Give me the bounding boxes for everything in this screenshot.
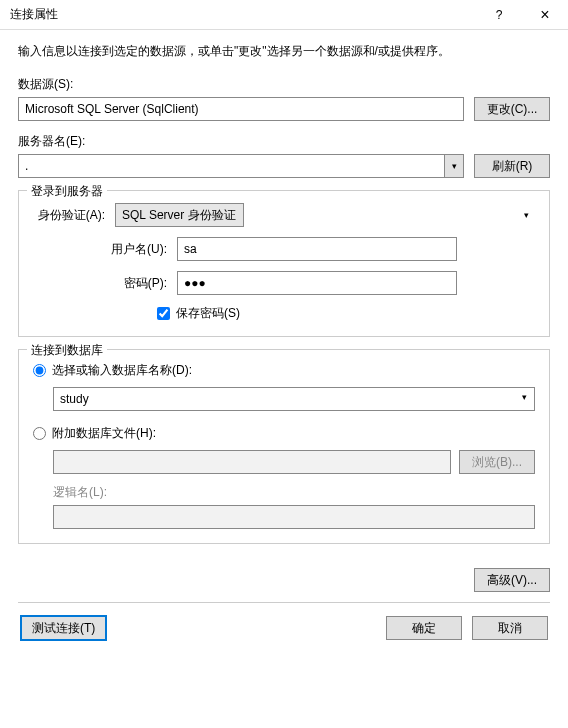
attach-db-radio[interactable]	[33, 427, 46, 440]
auth-label: 身份验证(A):	[33, 207, 105, 224]
intro-text: 输入信息以连接到选定的数据源，或单击"更改"选择另一个数据源和/或提供程序。	[18, 42, 550, 60]
separator	[18, 602, 550, 603]
password-label: 密码(P):	[95, 275, 167, 292]
username-label: 用户名(U):	[95, 241, 167, 258]
login-legend: 登录到服务器	[27, 183, 107, 200]
logical-name-label: 逻辑名(L):	[53, 484, 535, 501]
ok-button[interactable]: 确定	[386, 616, 462, 640]
test-connection-button[interactable]: 测试连接(T)	[20, 615, 107, 641]
browse-button: 浏览(B)...	[459, 450, 535, 474]
advanced-button[interactable]: 高级(V)...	[474, 568, 550, 592]
server-input[interactable]	[18, 154, 444, 178]
help-button[interactable]: ?	[476, 0, 522, 30]
window-title: 连接属性	[10, 6, 476, 23]
attach-file-input	[53, 450, 451, 474]
close-button[interactable]: ×	[522, 0, 568, 30]
auth-select-wrap[interactable]: SQL Server 身份验证 ▾	[115, 203, 535, 227]
save-password-checkbox[interactable]	[157, 307, 170, 320]
dialog-content: 输入信息以连接到选定的数据源，或单击"更改"选择另一个数据源和/或提供程序。 数…	[0, 30, 568, 641]
refresh-button[interactable]: 刷新(R)	[474, 154, 550, 178]
database-fieldset: 连接到数据库 选择或输入数据库名称(D): ▾ 附加数据库文件(H): 浏览(B…	[18, 349, 550, 544]
database-name-input[interactable]	[53, 387, 535, 411]
username-input[interactable]	[177, 237, 457, 261]
server-label: 服务器名(E):	[18, 133, 550, 150]
chevron-down-icon[interactable]: ▾	[444, 154, 464, 178]
server-combo[interactable]: ▾	[18, 154, 464, 178]
change-button[interactable]: 更改(C)...	[474, 97, 550, 121]
datasource-input	[18, 97, 464, 121]
database-legend: 连接到数据库	[27, 342, 107, 359]
select-db-radio[interactable]	[33, 364, 46, 377]
datasource-label: 数据源(S):	[18, 76, 550, 93]
logical-name-input	[53, 505, 535, 529]
login-fieldset: 登录到服务器 身份验证(A): SQL Server 身份验证 ▾ 用户名(U)…	[18, 190, 550, 337]
auth-select[interactable]: SQL Server 身份验证	[115, 203, 244, 227]
footer: 测试连接(T) 确定 取消	[18, 615, 550, 641]
select-db-label: 选择或输入数据库名称(D):	[52, 362, 192, 379]
password-input[interactable]	[177, 271, 457, 295]
save-password-label: 保存密码(S)	[176, 305, 240, 322]
chevron-down-icon: ▾	[524, 210, 529, 220]
attach-db-label: 附加数据库文件(H):	[52, 425, 156, 442]
cancel-button[interactable]: 取消	[472, 616, 548, 640]
title-bar: 连接属性 ? ×	[0, 0, 568, 30]
